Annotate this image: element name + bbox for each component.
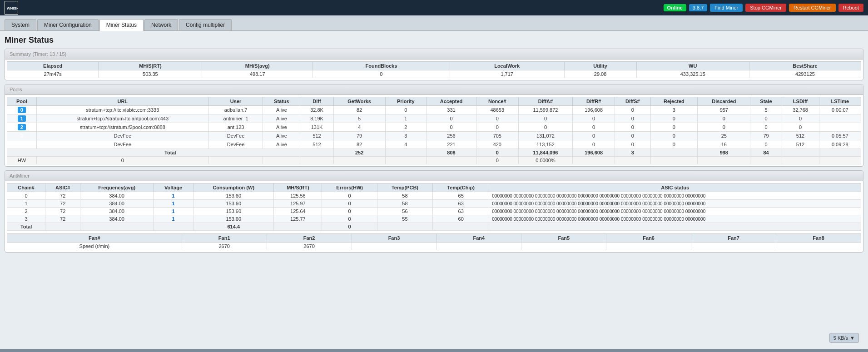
- find-miner-button[interactable]: Find Miner: [710, 4, 743, 12]
- pool-stale: 0: [750, 114, 782, 123]
- pool-row: 4 DevFee DevFee Alive 512 82 4 221 420 1…: [7, 140, 861, 149]
- pool-diffa: 0: [518, 114, 573, 123]
- pool-user: DevFee: [208, 140, 263, 149]
- antminer-content: Chain# ASIC# Frequency(avg) Voltage Cons…: [5, 181, 863, 252]
- summary-content: Elapsed MH/S(RT) MH/S(avg) FoundBlocks L…: [5, 59, 863, 80]
- col-temp-chip: Temp(Chip): [433, 183, 489, 192]
- chain-temp-chip: 63: [433, 200, 489, 208]
- fan-speed-3: [352, 243, 436, 250]
- pool-priority: 2: [385, 123, 427, 132]
- pool-diffa: 113,152: [518, 140, 573, 149]
- restart-cgminer-button[interactable]: Restart CGMiner: [789, 4, 836, 12]
- chain-asic-status: 00000000 00000000 00000000 00000000 0000…: [489, 215, 861, 223]
- pool-lsdiff: 0: [782, 114, 819, 123]
- col-asic: ASIC#: [45, 183, 80, 192]
- fan-col-6: Fan6: [606, 234, 691, 243]
- summary-col-utility: Utility: [564, 62, 636, 70]
- tab-miner-configuration[interactable]: Miner Configuration: [37, 19, 99, 30]
- chain-id: 0: [7, 192, 45, 200]
- chain-errors: 0: [322, 192, 377, 200]
- chains-total-row: Total 614.4 0: [7, 223, 861, 231]
- col-url: URL: [36, 97, 208, 106]
- pool-stale: 0: [750, 123, 782, 132]
- pool-diffs: 0: [615, 123, 651, 132]
- pool-diffr: 0: [573, 140, 615, 149]
- reboot-button[interactable]: Reboot: [838, 4, 863, 12]
- col-voltage: Voltage: [154, 183, 193, 192]
- col-priority: Priority: [385, 97, 427, 106]
- col-status: Status: [263, 97, 300, 106]
- summary-header: Summary (Timer: 13 / 15): [5, 49, 863, 59]
- chain-row: 2 72 384.00 1 153.60 125.64 0 56 63 0000…: [7, 208, 861, 215]
- pool-getworks: 79: [333, 132, 385, 140]
- tab-bar: System Miner Configuration Miner Status …: [0, 15, 868, 31]
- pool-rejected: 3: [650, 106, 697, 114]
- summary-wu: 433,325.15: [636, 70, 749, 78]
- pool-diffr: 0: [573, 123, 615, 132]
- chain-asic-status: 00000000 00000000 00000000 00000000 0000…: [489, 208, 861, 215]
- summary-timer: (Timer: 13 / 15): [32, 51, 66, 57]
- antminer-header: AntMiner: [5, 171, 863, 181]
- fan-section: Fan#Fan1Fan2Fan3Fan4Fan5Fan6Fan7Fan8 Spe…: [7, 233, 861, 250]
- logo-icon: WNISH: [5, 1, 18, 15]
- page-title: Miner Status: [5, 35, 863, 45]
- pool-lstime: [819, 114, 861, 123]
- pool-lsdiff: 0: [782, 123, 819, 132]
- fan-col-2: Fan2: [267, 234, 352, 243]
- pool-status: Alive: [263, 140, 300, 149]
- col-discarded: Discarded: [698, 97, 750, 106]
- pool-diffa: 11,599,872: [518, 106, 573, 114]
- col-stale: Stale: [750, 97, 782, 106]
- version-badge: 3.8.7: [689, 4, 707, 11]
- pool-discarded: 0: [698, 114, 750, 123]
- total-discarded: 998: [698, 149, 750, 157]
- chain-temp-chip: 65: [433, 192, 489, 200]
- col-mhsrt-chain: MH/S(RT): [274, 183, 322, 192]
- pool-priority: 3: [385, 132, 427, 140]
- summary-bestshare: 4293125: [749, 70, 861, 78]
- chains-table: Chain# ASIC# Frequency(avg) Voltage Cons…: [7, 183, 861, 231]
- pool-diffr: 0: [573, 132, 615, 140]
- summary-col-mhsrt: MH/S(RT): [99, 62, 202, 70]
- fan-speed-6: [606, 243, 691, 250]
- main-content: Miner Status Summary (Timer: 13 / 15) El…: [0, 31, 868, 349]
- tab-config-multiplier[interactable]: Config multiplier: [179, 19, 232, 30]
- pool-priority: 0: [385, 106, 427, 114]
- chain-row: 0 72 384.00 1 153.60 125.56 0 58 65 0000…: [7, 192, 861, 200]
- pool-getworks: 82: [333, 106, 385, 114]
- stop-cgminer-button[interactable]: Stop CGMiner: [745, 4, 786, 12]
- pool-url: stratum+tcp://stratum-ltc.antpool.com:44…: [36, 114, 208, 123]
- pool-lsdiff: 512: [782, 132, 819, 140]
- tab-network[interactable]: Network: [144, 19, 178, 30]
- pool-priority: 1: [385, 114, 427, 123]
- chain-temp-pcb: 58: [377, 192, 432, 200]
- chain-temp-chip: 60: [433, 215, 489, 223]
- tab-system[interactable]: System: [5, 19, 36, 30]
- fan-col-4: Fan4: [436, 234, 521, 243]
- col-rejected: Rejected: [650, 97, 697, 106]
- chain-row: 1 72 384.00 1 153.60 125.97 0 58 63 0000…: [7, 200, 861, 208]
- chain-asic-status: 00000000 00000000 00000000 00000000 0000…: [489, 192, 861, 200]
- total-getworks: 252: [333, 149, 385, 157]
- col-chain: Chain#: [7, 183, 45, 192]
- chain-id: 2: [7, 208, 45, 215]
- app-header: WNISH Online 3.8.7 Find Miner Stop CGMin…: [0, 0, 868, 15]
- pool-diffs: 0: [615, 114, 651, 123]
- pool-id: 1: [7, 114, 37, 123]
- pool-lsdiff: 32,768: [782, 106, 819, 114]
- pool-diffr: 196,608: [573, 106, 615, 114]
- col-temp-pcb: Temp(PCB): [377, 183, 432, 192]
- col-diffs: DiffS#: [615, 97, 651, 106]
- pool-accepted: 0: [427, 114, 476, 123]
- chain-consumption: 153.60: [193, 215, 274, 223]
- tab-miner-status[interactable]: Miner Status: [99, 19, 144, 31]
- network-icon: ▼: [850, 335, 855, 341]
- col-user: User: [208, 97, 263, 106]
- col-getworks: GetWorks: [333, 97, 385, 106]
- chain-asic: 72: [45, 215, 80, 223]
- pool-rejected: 0: [650, 123, 697, 132]
- pool-user: adbullah.7: [208, 106, 263, 114]
- chain-mhrt: 125.97: [274, 200, 322, 208]
- chain-id: 1: [7, 200, 45, 208]
- summary-table: Elapsed MH/S(RT) MH/S(avg) FoundBlocks L…: [7, 61, 861, 78]
